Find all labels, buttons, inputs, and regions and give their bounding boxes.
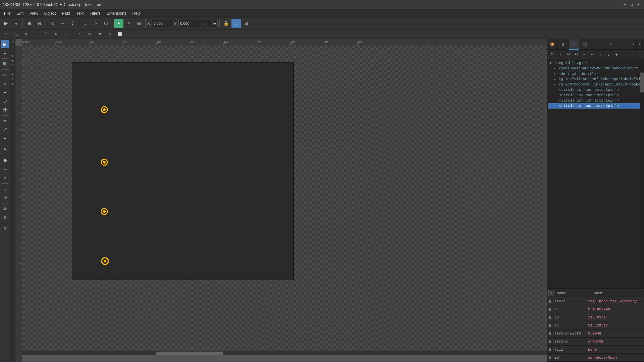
menu-extensions[interactable]: Extensions — [104, 10, 129, 16]
snap-9[interactable]: ⊟ — [10, 77, 15, 81]
tab-fill-stroke[interactable]: 🎨 — [547, 39, 558, 50]
xml-node-connector1pin[interactable]: <circle id="connector1pin"> — [548, 98, 643, 103]
attr-row-id[interactable]: 🗑 id connector0pin — [547, 354, 644, 362]
node-tool-btn[interactable]: ⬥ — [11, 19, 21, 28]
attr-row-stroke-width[interactable]: 🗑 stroke-width 0.3048 — [547, 329, 644, 338]
snap-center-btn[interactable]: ⊕ — [21, 29, 31, 39]
attr-del-r[interactable]: 🗑 — [547, 306, 553, 312]
rect-tool-btn[interactable]: ▭ — [81, 19, 90, 28]
h-scrollbar[interactable] — [22, 351, 547, 355]
copper0-toggle[interactable]: ▼ — [554, 83, 555, 86]
snap-3[interactable]: △ — [10, 49, 15, 53]
menu-file[interactable]: File — [1, 10, 13, 16]
spray-tool[interactable]: ✿ — [1, 205, 9, 213]
xml-unindent-btn[interactable]: ← — [589, 51, 596, 58]
xml-node-svg[interactable]: ▼ <svg id="svg1"> — [548, 60, 643, 66]
attr-row-stroke[interactable]: 🗑 stroke #ffbf00 — [547, 338, 644, 346]
attr-row-cy[interactable]: 🗑 cy 115.6371 — [547, 313, 644, 321]
attr-del-cy[interactable]: 🗑 — [547, 314, 553, 320]
menu-filters[interactable]: Filters — [87, 10, 103, 16]
xml-node-defs[interactable]: ▶ <defs id="defs1"> — [548, 71, 643, 76]
menu-help[interactable]: Help — [130, 10, 144, 16]
connector-1[interactable] — [101, 208, 108, 215]
attr-del-fill[interactable]: 🗑 — [547, 347, 553, 353]
menu-text[interactable]: Text — [73, 10, 86, 16]
bbox-handles-btn[interactable]: ⊡ — [105, 29, 114, 39]
measure-tool[interactable]: ⊣ — [1, 194, 9, 202]
dropper-tool[interactable]: ⊘ — [1, 174, 9, 182]
zoom-tool[interactable]: 🔍 — [1, 60, 9, 68]
text-tool[interactable]: A — [1, 145, 9, 154]
xml-dup-btn[interactable]: ⊡ — [565, 51, 572, 58]
xml-node-connector3pin[interactable]: <circle id="connector3pin"> — [548, 87, 643, 93]
panel-scroll-down[interactable]: ▼ — [637, 39, 643, 50]
panel-close-btn[interactable]: ✕ — [605, 39, 616, 50]
tab-xml[interactable]: T — [569, 39, 579, 50]
eraser-tool[interactable]: ⊖ — [1, 214, 9, 222]
svg-toggle[interactable]: ▼ — [550, 62, 551, 65]
xml-del-btn[interactable]: ⊟ — [573, 51, 580, 58]
xml-move-up-btn[interactable]: ↑ — [597, 51, 604, 58]
attr-del-cx[interactable]: 🗑 — [547, 322, 553, 328]
menu-path[interactable]: Path — [59, 10, 73, 16]
menu-view[interactable]: View — [27, 10, 41, 16]
circle-tool-btn[interactable]: ○ — [91, 19, 100, 28]
star-tool[interactable]: ✦ — [1, 88, 9, 97]
attr-del-stroke-width[interactable]: 🗑 — [547, 330, 553, 337]
snap-8[interactable]: ⊠ — [10, 72, 15, 77]
h-scrollbar-thumb[interactable] — [156, 352, 223, 355]
3d-box-tool[interactable]: ⬡ — [1, 97, 9, 105]
screen-btn[interactable]: ⬜ — [115, 29, 124, 39]
namedview-toggle[interactable]: ▶ — [554, 67, 555, 70]
tab-align[interactable]: ⊞ — [558, 39, 569, 50]
snap-enable-btn[interactable]: ✦ — [114, 19, 123, 28]
snap-grid-btn[interactable]: # — [124, 19, 133, 28]
snap-2[interactable]: ◇ — [10, 44, 15, 49]
transform-btn[interactable]: ⟲ — [48, 19, 57, 28]
zoom-in-btn[interactable]: ⊕ — [24, 19, 34, 28]
xml-more-btn[interactable]: ⋮ — [639, 163, 644, 168]
spiral-tool[interactable]: @ — [1, 106, 9, 114]
xml-node-silkscreen[interactable]: ▶ <g id="silkscreen" inkscape:label="sil… — [548, 76, 643, 82]
select-tool-btn[interactable]: ▶ — [1, 19, 11, 28]
snap-bbox-edge-btn[interactable]: ⊟ — [85, 29, 94, 39]
xml-indent-btn[interactable]: → — [581, 51, 588, 58]
xml-new-text-btn[interactable]: T — [556, 51, 564, 58]
xml-node-connector2pin[interactable]: <circle id="connector2pin"> — [548, 93, 643, 98]
connector-tool[interactable]: ⊞ — [1, 185, 9, 193]
xml-node-connector0pin[interactable]: <circle id="connector0pin"> — [548, 103, 643, 109]
x-field[interactable] — [152, 20, 173, 27]
zoom-out-btn[interactable]: ⊖ — [35, 19, 44, 28]
minimize-button[interactable]: ─ — [622, 2, 628, 8]
tab-symbols[interactable]: ⬛ — [579, 39, 590, 50]
snap-1[interactable]: ◈ — [10, 40, 15, 44]
maximize-button[interactable]: □ — [629, 2, 635, 8]
xml-scrollbar-thumb[interactable] — [640, 72, 644, 93]
canvas-area[interactable]: ■ 354 104 |08 |12 |16 |20 |24 |28 |32 |3… — [15, 39, 547, 362]
transform-tool-btn[interactable]: ↕ — [231, 19, 241, 28]
attr-del-style[interactable]: 🗑 — [547, 298, 553, 304]
attr-add-btn[interactable]: + — [548, 290, 554, 296]
silkscreen-toggle[interactable]: ▶ — [554, 78, 555, 81]
unit-select[interactable]: mm px in — [201, 20, 218, 27]
connector-2[interactable] — [101, 159, 108, 166]
pencil-tool[interactable]: ✏ — [1, 117, 9, 125]
menu-edit[interactable]: Edit — [14, 10, 26, 16]
attr-del-id[interactable]: 🗑 — [547, 355, 553, 361]
snap-5[interactable]: ◉ — [10, 58, 15, 63]
snap-rotation-btn[interactable]: ↻ — [95, 29, 104, 39]
xml-new-elem-btn[interactable]: ⊕ — [548, 51, 556, 58]
fill-tool[interactable]: ⬟ — [1, 157, 9, 165]
snap-node-btn[interactable]: ⟟ — [1, 29, 11, 39]
canvas-viewport[interactable] — [22, 46, 547, 355]
snap-perp-btn[interactable]: ⊾ — [52, 29, 61, 39]
xml-scrollbar[interactable] — [640, 59, 644, 288]
callig-tool[interactable]: ✒ — [1, 134, 9, 142]
attr-row-fill[interactable]: 🗑 fill none — [547, 346, 644, 354]
snap-6[interactable]: ⊡ — [10, 63, 15, 67]
lock-ratio-btn[interactable]: 🔒 — [221, 19, 231, 28]
distribute-btn[interactable]: ⊟ — [241, 19, 251, 28]
snap-4[interactable]: ⊕ — [10, 54, 15, 58]
rect-tool[interactable]: ▭ — [1, 71, 9, 79]
close-button[interactable]: ✕ — [635, 2, 641, 8]
